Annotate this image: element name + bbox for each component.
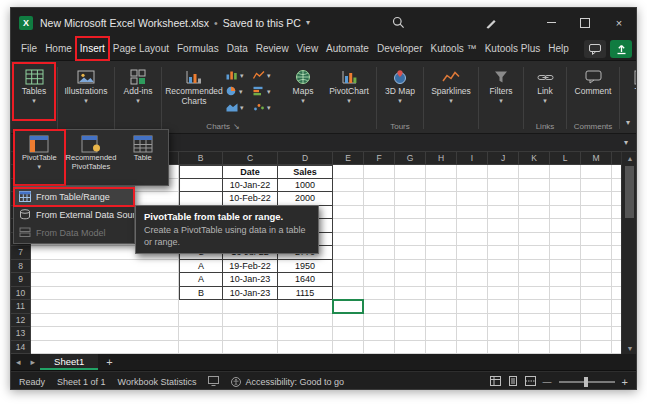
cell-I5[interactable]	[457, 219, 488, 233]
cell-A9[interactable]	[31, 273, 179, 287]
cell-C2[interactable]: 10-Jan-22	[223, 179, 278, 193]
cell-E3[interactable]	[333, 192, 364, 206]
tab-developer[interactable]: Developer	[373, 37, 427, 60]
cell-H9[interactable]	[426, 273, 457, 287]
pivottable-menu-button[interactable]: PivotTable ▾	[14, 130, 65, 185]
add-sheet-button[interactable]: +	[98, 356, 120, 368]
maximize-button[interactable]	[568, 8, 602, 37]
cell-B12[interactable]	[179, 314, 223, 328]
cell-I12[interactable]	[457, 314, 488, 328]
row-header-11[interactable]: 11	[11, 300, 31, 314]
minimize-button[interactable]	[534, 8, 568, 37]
cell-E1[interactable]	[333, 165, 364, 179]
cell-G8[interactable]	[395, 260, 426, 274]
comment-button[interactable]: Comment	[569, 63, 617, 120]
cell-J11[interactable]	[488, 300, 519, 314]
cell-E5[interactable]	[333, 219, 364, 233]
zoom-slider[interactable]	[559, 381, 615, 383]
page-layout-view-icon[interactable]	[508, 376, 518, 388]
cell-F11[interactable]	[364, 300, 395, 314]
cell-M8[interactable]	[581, 260, 612, 274]
cell-K13[interactable]	[519, 327, 550, 341]
cell-L3[interactable]	[550, 192, 581, 206]
page-break-view-icon[interactable]	[525, 376, 536, 388]
cell-H8[interactable]	[426, 260, 457, 274]
cell-F4[interactable]	[364, 206, 395, 220]
scroll-down-icon[interactable]: ▼	[622, 342, 637, 354]
cell-J9[interactable]	[488, 273, 519, 287]
expand-formula-bar-icon[interactable]: ▾	[624, 138, 628, 147]
cell-N1[interactable]	[612, 165, 621, 179]
cell-D12[interactable]	[278, 314, 333, 328]
cell-H14[interactable]	[426, 341, 457, 355]
scatter-chart-button[interactable]: ▾	[253, 99, 280, 115]
row-header-14[interactable]: 14	[11, 341, 31, 355]
column-header-E[interactable]: E	[333, 152, 364, 165]
cell-C13[interactable]	[223, 327, 278, 341]
cell-G9[interactable]	[395, 273, 426, 287]
scroll-up-icon[interactable]: ▲	[622, 152, 637, 164]
cell-B3[interactable]	[179, 192, 223, 206]
cell-C9[interactable]: 10-Jan-23	[223, 273, 278, 287]
tab-formulas[interactable]: Formulas	[173, 37, 223, 60]
cell-A13[interactable]	[31, 327, 179, 341]
cell-H3[interactable]	[426, 192, 457, 206]
cell-D9[interactable]: 1640	[278, 273, 333, 287]
cell-I2[interactable]	[457, 179, 488, 193]
workbook-statistics-button[interactable]: Workbook Statistics	[118, 377, 197, 387]
cell-H11[interactable]	[426, 300, 457, 314]
cell-C1[interactable]: Date	[223, 165, 278, 179]
tab-review[interactable]: Review	[252, 37, 293, 60]
table-menu-button[interactable]: Table	[117, 130, 168, 185]
cell-F8[interactable]	[364, 260, 395, 274]
cell-M2[interactable]	[581, 179, 612, 193]
cell-I10[interactable]	[457, 287, 488, 301]
cell-G11[interactable]	[395, 300, 426, 314]
cell-M7[interactable]	[581, 246, 612, 260]
cell-B10[interactable]: B	[179, 287, 223, 301]
cell-J14[interactable]	[488, 341, 519, 355]
pivotchart-button[interactable]: PivotChart ▾	[324, 63, 374, 120]
cell-N2[interactable]	[612, 179, 621, 193]
cell-D1[interactable]: Sales	[278, 165, 333, 179]
cell-L11[interactable]	[550, 300, 581, 314]
cell-F6[interactable]	[364, 233, 395, 247]
sheet-nav-left-icon[interactable]: ◂	[11, 357, 26, 367]
display-settings-icon[interactable]	[208, 376, 219, 388]
cell-E13[interactable]	[333, 327, 364, 341]
cell-J2[interactable]	[488, 179, 519, 193]
column-header-I[interactable]: I	[457, 152, 488, 165]
cell-E4[interactable]	[333, 206, 364, 220]
cell-B11[interactable]	[179, 300, 223, 314]
column-header-J[interactable]: J	[488, 152, 519, 165]
cell-F12[interactable]	[364, 314, 395, 328]
cell-F10[interactable]	[364, 287, 395, 301]
maps-button[interactable]: Maps ▾	[282, 63, 324, 120]
column-header-F[interactable]: F	[364, 152, 395, 165]
cell-J6[interactable]	[488, 233, 519, 247]
cell-G2[interactable]	[395, 179, 426, 193]
cell-M9[interactable]	[581, 273, 612, 287]
sparklines-button[interactable]: Sparklines ▾	[426, 63, 476, 120]
cell-L14[interactable]	[550, 341, 581, 355]
cell-E8[interactable]	[333, 260, 364, 274]
cell-H5[interactable]	[426, 219, 457, 233]
cell-J5[interactable]	[488, 219, 519, 233]
cell-C14[interactable]	[223, 341, 278, 355]
cell-D14[interactable]	[278, 341, 333, 355]
cell-N11[interactable]	[612, 300, 621, 314]
cell-L2[interactable]	[550, 179, 581, 193]
cell-C3[interactable]: 10-Feb-22	[223, 192, 278, 206]
cell-K7[interactable]	[519, 246, 550, 260]
cell-A8[interactable]	[31, 260, 179, 274]
cell-K11[interactable]	[519, 300, 550, 314]
cell-M6[interactable]	[581, 233, 612, 247]
cell-N7[interactable]	[612, 246, 621, 260]
cell-B2[interactable]	[179, 179, 223, 193]
row-header-7[interactable]: 7	[11, 246, 31, 260]
accessibility-status[interactable]: Accessibility: Good to go	[231, 377, 344, 387]
cell-H2[interactable]	[426, 179, 457, 193]
cell-B14[interactable]	[179, 341, 223, 355]
cell-L10[interactable]	[550, 287, 581, 301]
sheet-tab-sheet1[interactable]: Sheet1	[40, 354, 98, 370]
